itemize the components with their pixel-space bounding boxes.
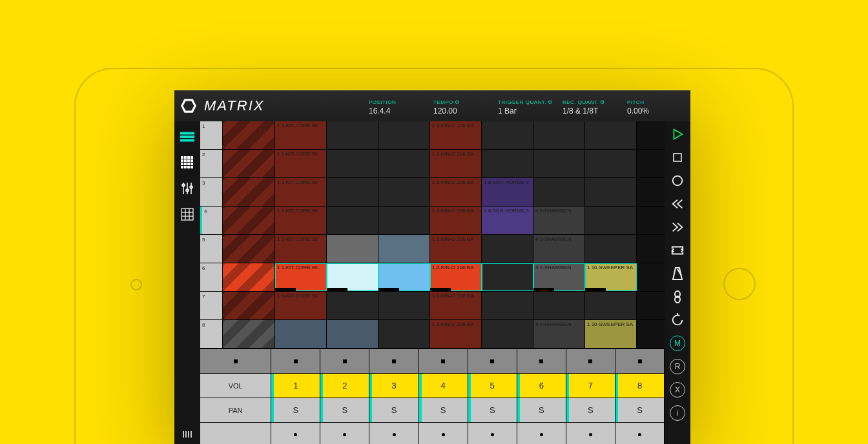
clip[interactable] <box>275 320 327 348</box>
clip[interactable]: 4 9-SHAMISEN <box>533 320 585 348</box>
clip-empty[interactable] <box>327 292 378 319</box>
clip[interactable]: 1 2-KIN-O 106 BA <box>430 207 482 234</box>
track-arm[interactable] <box>419 423 468 444</box>
clip[interactable]: 1 2-KIN-O 106 BA <box>430 235 482 263</box>
clip[interactable] <box>223 235 275 263</box>
clip[interactable] <box>223 150 275 177</box>
track-pan[interactable]: S <box>271 398 320 422</box>
clip-playing[interactable]: 4 9-SHAMISEN <box>533 263 585 291</box>
clip-empty[interactable] <box>327 207 378 234</box>
clip-empty[interactable] <box>378 150 430 177</box>
clip-playing[interactable] <box>378 263 430 291</box>
clip-empty[interactable] <box>585 178 637 206</box>
clip[interactable]: 1 1-KIT-CORE 90 <box>275 235 327 263</box>
clip-empty[interactable] <box>482 150 533 177</box>
clip-empty[interactable] <box>482 121 533 149</box>
clip-empty[interactable] <box>327 150 378 177</box>
clip[interactable] <box>223 178 275 206</box>
loop-icon[interactable] <box>665 239 690 262</box>
clip[interactable] <box>327 235 378 263</box>
skip-forward-icon[interactable] <box>665 216 690 239</box>
track-arm[interactable] <box>369 423 418 444</box>
scene-number[interactable]: 8 <box>200 320 223 348</box>
clip-empty[interactable] <box>482 235 533 263</box>
clip[interactable]: 1 2-KIN-O 106 BA <box>430 121 482 149</box>
track-volume[interactable]: 8 <box>615 374 665 398</box>
clip[interactable]: 1 2-KIN-O 106 BA <box>430 150 482 177</box>
undo-icon[interactable] <box>665 308 690 332</box>
track-pan[interactable]: S <box>566 398 615 422</box>
track-volume[interactable]: 5 <box>468 374 517 398</box>
track-volume[interactable]: 4 <box>419 374 468 398</box>
scene-number[interactable]: 7 <box>200 292 223 319</box>
clip-playing[interactable]: 1 2-KIN-O 106 BA <box>430 263 482 291</box>
clip-playing[interactable]: 1 1-KIT-CORE 90 <box>275 263 327 291</box>
track-stop[interactable] <box>320 349 369 373</box>
clip[interactable]: 4 9-SHAMISEN <box>533 207 585 234</box>
clip[interactable] <box>223 121 275 149</box>
clip[interactable]: 1 8-SILK HORNS S <box>482 178 533 206</box>
clip[interactable]: 1 10-SWEEPER SA <box>585 320 637 348</box>
tablet-home-button[interactable] <box>723 268 756 300</box>
track-stop[interactable] <box>615 349 665 373</box>
track-arm[interactable] <box>566 423 615 444</box>
clip-empty[interactable] <box>378 320 430 348</box>
track-volume[interactable]: 2 <box>320 374 369 398</box>
clip[interactable]: 1 1-KIT-CORE 90 <box>275 292 327 319</box>
clip-empty[interactable] <box>378 207 430 234</box>
track-stop[interactable] <box>468 349 517 373</box>
clip-empty[interactable] <box>378 121 430 149</box>
link-icon[interactable] <box>665 285 690 308</box>
track-volume[interactable]: 3 <box>369 374 418 398</box>
clip[interactable]: 1 2-KIN-O 106 BA <box>430 320 482 348</box>
record-icon[interactable] <box>665 169 690 192</box>
clip-empty[interactable] <box>533 150 585 177</box>
clip[interactable] <box>223 207 275 234</box>
clip-empty[interactable] <box>482 263 533 291</box>
track-arm[interactable] <box>517 423 566 444</box>
clip-empty[interactable] <box>533 178 585 206</box>
scene-number[interactable]: 4 <box>200 207 223 234</box>
track-pan[interactable]: S <box>369 398 418 422</box>
scene-number[interactable]: 6 <box>200 263 223 291</box>
clip[interactable]: 1 1-KIT-CORE 90 <box>275 178 327 206</box>
clip[interactable] <box>223 263 275 291</box>
clip[interactable]: 1 2-KIN-O 106 BA <box>430 178 482 206</box>
readout-rec-quant[interactable]: REC. QUANT.⚙ 1/8 & 1/8T <box>563 99 621 116</box>
mute-button[interactable]: M <box>665 332 690 355</box>
info-button[interactable]: i <box>665 401 690 425</box>
menu-icon[interactable] <box>174 425 200 444</box>
track-volume[interactable]: 7 <box>566 374 615 398</box>
track-arm[interactable] <box>468 423 517 444</box>
track-volume[interactable]: 6 <box>517 374 566 398</box>
nav-grid-icon[interactable] <box>174 150 200 176</box>
track-arm[interactable] <box>271 423 320 444</box>
clip-empty[interactable] <box>327 121 378 149</box>
clip[interactable]: 1 2-KIN-O 106 BA <box>430 292 482 319</box>
clip-empty[interactable] <box>585 150 637 177</box>
nav-matrix-icon[interactable] <box>174 124 200 150</box>
nav-mixer-icon[interactable] <box>174 176 200 201</box>
clip[interactable] <box>223 292 275 319</box>
track-stop[interactable] <box>566 349 615 373</box>
clip-empty[interactable] <box>378 178 430 206</box>
clip-empty[interactable] <box>482 320 533 348</box>
clip[interactable] <box>223 320 275 348</box>
readout-position[interactable]: POSITION 16.4.4 <box>369 99 427 116</box>
track-stop[interactable] <box>369 349 418 373</box>
scene-number[interactable]: 5 <box>200 235 223 263</box>
scene-number[interactable]: 2 <box>200 150 223 177</box>
clip[interactable]: 4 9-SHAMISEN <box>533 235 585 263</box>
track-arm[interactable] <box>615 423 665 444</box>
clip-empty[interactable] <box>378 292 430 319</box>
record-arm-button[interactable]: R <box>665 355 690 378</box>
skip-back-icon[interactable] <box>665 192 690 216</box>
track-arm[interactable] <box>320 423 369 444</box>
track-pan[interactable]: S <box>320 398 369 422</box>
track-stop[interactable] <box>419 349 468 373</box>
clip[interactable]: 1 1-KIT-CORE 90 <box>275 121 327 149</box>
clip-playing[interactable] <box>327 263 378 291</box>
nav-pads-icon[interactable] <box>174 201 200 227</box>
stop-icon[interactable] <box>665 146 690 169</box>
clip-empty[interactable] <box>585 235 637 263</box>
